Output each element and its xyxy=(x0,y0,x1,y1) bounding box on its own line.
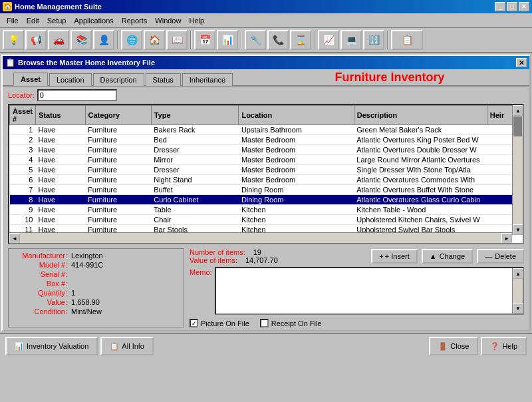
scroll-thumb[interactable] xyxy=(513,116,522,136)
globe-icon[interactable]: 🌐 xyxy=(121,30,142,50)
table-row[interactable]: 7 Have Furniture Buffet Dining Room Atla… xyxy=(10,185,523,195)
menu-window[interactable]: Window xyxy=(151,15,185,26)
tools-icon[interactable]: 🔧 xyxy=(245,30,266,50)
menu-file[interactable]: File xyxy=(3,15,23,26)
tab-status[interactable]: Status xyxy=(146,73,181,86)
menu-setup[interactable]: Setup xyxy=(43,15,70,26)
inventory-valuation-button[interactable]: 📊 Inventory Valuation xyxy=(5,337,98,355)
cell-category: Furniture xyxy=(85,175,151,185)
num-items-row: Number of items: 19 xyxy=(190,248,278,256)
inventory-title: Furniture Inventory xyxy=(266,71,524,85)
calendar-icon[interactable]: 📅 xyxy=(194,30,215,50)
picture-checkbox[interactable]: ✓ xyxy=(190,319,198,327)
memo-scroll-down[interactable]: ▼ xyxy=(513,303,523,313)
insert-button[interactable]: + + Insert xyxy=(371,249,417,264)
quantity-label: Quantity: xyxy=(14,289,67,297)
table-row[interactable]: 6 Have Furniture Night Stand Master Bedr… xyxy=(10,175,523,185)
delete-button[interactable]: — Delete xyxy=(477,249,524,264)
menu-help[interactable]: Help xyxy=(185,15,208,26)
cell-location: Master Bedroom xyxy=(239,155,354,165)
chart-icon[interactable]: 📊 xyxy=(217,30,238,50)
person-icon[interactable]: 👤 xyxy=(93,30,114,50)
manual-icon[interactable]: 📋 xyxy=(391,30,423,50)
cell-asset: 4 xyxy=(10,155,36,165)
table-row[interactable]: 4 Have Furniture Mirror Master Bedroom L… xyxy=(10,155,523,165)
memo-scroll-up[interactable]: ▲ xyxy=(513,268,523,279)
table-row[interactable]: 2 Have Furniture Bed Master Bedroom Atla… xyxy=(10,135,523,145)
phone-icon[interactable]: 📞 xyxy=(267,30,289,50)
num-items-value: 19 xyxy=(253,248,261,256)
table-row[interactable]: 5 Have Furniture Dresser Master Bedroom … xyxy=(10,165,523,175)
col-category: Category xyxy=(85,106,151,125)
manufacturer-value: Lexington xyxy=(71,252,103,260)
receipt-checkbox[interactable] xyxy=(260,319,269,327)
scroll-track xyxy=(513,116,523,224)
table-row[interactable]: 3 Have Furniture Dresser Master Bedroom … xyxy=(10,145,523,155)
memo-area[interactable]: ▲ ▼ xyxy=(215,267,524,315)
scroll-up-arrow[interactable]: ▲ xyxy=(513,105,523,116)
cell-category: Furniture xyxy=(85,135,151,145)
scroll-right-arrow[interactable]: ► xyxy=(501,233,512,244)
light-icon[interactable]: 💡 xyxy=(3,30,24,50)
computer-icon[interactable]: 💻 xyxy=(340,30,362,50)
hourglass-icon[interactable]: ⌛ xyxy=(290,30,311,50)
tab-location[interactable]: Location xyxy=(49,73,92,86)
cell-asset: 5 xyxy=(10,165,36,175)
dialog-close-button[interactable]: ✕ xyxy=(516,58,527,67)
cell-description: Kitchen Table - Wood xyxy=(354,205,487,215)
value-items-row: Value of items: 14,707.70 xyxy=(190,256,278,264)
picture-label: Picture On File xyxy=(201,319,249,327)
cell-type: Mirror xyxy=(151,155,239,165)
book-icon[interactable]: 📚 xyxy=(70,30,92,50)
col-asset: Asset # xyxy=(10,106,36,125)
col-type: Type xyxy=(151,106,239,125)
menu-reports[interactable]: Reports xyxy=(118,15,152,26)
cell-type: Night Stand xyxy=(151,175,239,185)
help-button[interactable]: ❓ Help xyxy=(481,337,527,355)
close-btn[interactable]: ✕ xyxy=(519,2,529,11)
scrollbar-horizontal[interactable]: ◄ ► xyxy=(9,232,512,243)
table-header-row: Asset # Status Category Type Location De… xyxy=(10,106,523,125)
minimize-btn[interactable]: _ xyxy=(495,2,505,11)
car-icon[interactable]: 🚗 xyxy=(48,30,69,50)
cell-category: Furniture xyxy=(85,125,151,135)
close-button[interactable]: 🚪 Close xyxy=(429,337,478,355)
insert-icon: + xyxy=(379,252,383,260)
all-info-button[interactable]: 📋 All Info xyxy=(100,337,154,355)
scrollbar-vertical[interactable]: ▲ ▼ xyxy=(512,105,523,235)
maximize-btn[interactable]: □ xyxy=(507,2,517,11)
memo-scrollbar[interactable]: ▲ ▼ xyxy=(512,268,523,313)
cell-category: Furniture xyxy=(85,185,151,195)
scroll-left-arrow[interactable]: ◄ xyxy=(9,233,20,244)
toolbar-separator-5 xyxy=(387,31,388,49)
cell-location: Dining Room xyxy=(239,195,354,205)
table-row[interactable]: 9 Have Furniture Table Kitchen Kitchen T… xyxy=(10,205,523,215)
graph-icon[interactable]: 📈 xyxy=(318,30,339,50)
close-label: Close xyxy=(450,342,469,350)
number-icon[interactable]: 🔢 xyxy=(363,30,384,50)
locator-input[interactable] xyxy=(37,89,117,101)
scroll-down-arrow[interactable]: ▼ xyxy=(513,224,523,235)
cell-asset: 8 xyxy=(10,195,36,205)
help-label: Help xyxy=(502,342,517,350)
memo-label: Memo: xyxy=(190,267,212,276)
sound-icon[interactable]: 📢 xyxy=(25,30,47,50)
table-row[interactable]: 10 Have Furniture Chair Kitchen Upholste… xyxy=(10,215,523,225)
tab-description[interactable]: Description xyxy=(93,73,144,86)
cell-type: Curio Cabinet xyxy=(151,195,239,205)
change-button[interactable]: ▲ Change xyxy=(422,249,473,264)
cell-asset: 7 xyxy=(10,185,36,195)
tab-asset[interactable]: Asset xyxy=(13,73,48,86)
cell-type: Dresser xyxy=(151,165,239,175)
table-row[interactable]: 8 Have Furniture Curio Cabinet Dining Ro… xyxy=(10,195,523,205)
dialog-title-text: Browse the Master Home Inventory File xyxy=(18,59,155,67)
tab-inheritance[interactable]: Inheritance xyxy=(182,73,233,86)
change-label: Change xyxy=(440,252,466,260)
booklet-icon[interactable]: 📖 xyxy=(166,30,188,50)
table-row[interactable]: 1 Have Furniture Bakers Rack Upstairs Ba… xyxy=(10,125,523,135)
house-icon[interactable]: 🏠 xyxy=(144,30,165,50)
cell-location: Master Bedroom xyxy=(239,165,354,175)
menu-edit[interactable]: Edit xyxy=(23,15,43,26)
menu-applications[interactable]: Applications xyxy=(70,15,117,26)
cell-location: Master Bedroom xyxy=(239,175,354,185)
